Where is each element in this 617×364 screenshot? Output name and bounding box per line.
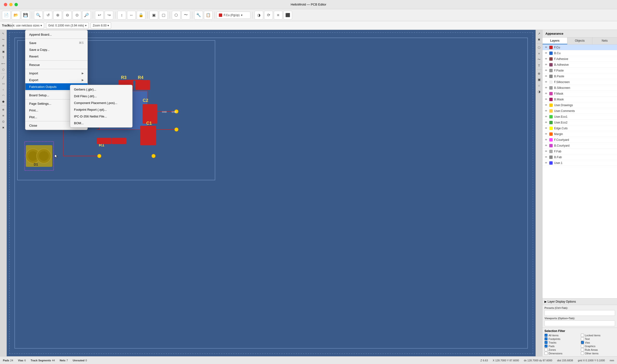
zoom-area-button[interactable]: 🔎	[82, 11, 91, 20]
layer-item-b-fab[interactable]: 👁B.Fab	[543, 154, 617, 160]
layer-item-b-cu[interactable]: 👁B.Cu	[543, 50, 617, 56]
route-track-tool[interactable]: 〜	[1, 37, 6, 42]
right-tool-4[interactable]: ≡	[536, 51, 542, 56]
update-button[interactable]: ⟳	[264, 11, 273, 20]
more-tools[interactable]: ✖	[1, 125, 6, 130]
group-button[interactable]: ▣	[150, 11, 158, 20]
close-button[interactable]	[4, 3, 7, 6]
fab-component-placement[interactable]: Component Placement (.pos)...	[70, 99, 132, 106]
layer-eye-icon[interactable]: 👁	[545, 115, 548, 118]
layer-item-b-paste[interactable]: 👁B.Paste	[543, 73, 617, 79]
inspect-button[interactable]: 🔧	[194, 11, 203, 20]
layer-item-b-silkscreen[interactable]: 👁B.Silkscreen	[543, 85, 617, 91]
highlight-button[interactable]: ◑	[255, 11, 263, 20]
sf-checkbox[interactable]	[581, 352, 584, 355]
layer-eye-icon[interactable]: 👁	[545, 57, 548, 61]
layer-eye-icon[interactable]: 👁	[545, 98, 548, 101]
tab-nets[interactable]: Nets	[592, 38, 617, 44]
viewports-input[interactable]	[545, 320, 615, 326]
sf-item-rule-areas[interactable]: Rule Areas	[581, 348, 615, 351]
inspect-net-tool[interactable]: ⌬	[1, 119, 6, 124]
save-button[interactable]: 💾	[21, 11, 30, 20]
layer-eye-icon[interactable]: 👁	[545, 144, 548, 147]
presets-input[interactable]	[545, 310, 615, 316]
menu-rescue[interactable]: Rescue	[25, 61, 87, 68]
canvas-area[interactable]: D1 U1 R3 R4 C2	[7, 30, 535, 356]
add-footprint-tool[interactable]: ⬡	[1, 67, 6, 72]
layer-item-f-fab[interactable]: 👁F.Fab	[543, 149, 617, 154]
layer-display-options[interactable]: ▶ Layer Display Options	[543, 298, 617, 305]
layer-item-user-comments[interactable]: 👁User.Comments	[543, 108, 617, 114]
sf-item-tracks[interactable]: ✓Tracks	[545, 341, 579, 344]
sf-item-text[interactable]: Text	[581, 337, 615, 340]
layer-item-f-paste[interactable]: 👁F.Paste	[543, 68, 617, 73]
sf-checkbox[interactable]	[581, 334, 584, 337]
sf-checkbox[interactable]	[545, 352, 548, 355]
layer-item-f-silkscreen[interactable]: 👁F.Silkscreen	[543, 79, 617, 85]
layer-eye-icon[interactable]: 👁	[545, 156, 548, 159]
route-button[interactable]: 〜	[181, 11, 190, 20]
right-tool-10[interactable]: ◑	[536, 89, 542, 94]
zoom-out-button[interactable]: ⊖	[63, 11, 72, 20]
layer-item-f-mask[interactable]: 👁F.Mask	[543, 91, 617, 97]
fab-drill-files[interactable]: Drill Files (.drl)...	[70, 93, 132, 99]
layer-eye-icon[interactable]: 👁	[545, 86, 548, 90]
layer-item-b-courtyard[interactable]: 👁B.Courtyard	[543, 143, 617, 149]
menu-import[interactable]: Import ▶	[25, 70, 87, 77]
right-tool-6[interactable]: T	[536, 63, 542, 68]
open-button[interactable]: 📂	[12, 11, 20, 20]
sf-checkbox[interactable]	[581, 348, 584, 351]
design-rules-button[interactable]: 📋	[204, 11, 213, 20]
right-tool-7[interactable]: ⊕	[536, 71, 542, 76]
sf-checkbox[interactable]: ✓	[545, 337, 548, 340]
right-tool-5[interactable]: 〜	[536, 57, 542, 62]
sf-checkbox[interactable]: ✓	[545, 334, 548, 337]
undo-button[interactable]: ↩	[95, 11, 104, 20]
layer-eye-icon[interactable]: 👁	[545, 46, 548, 49]
sf-item-pads[interactable]: ✓Pads	[545, 344, 579, 348]
layer-item-user-drawings[interactable]: 👁User.Drawings	[543, 102, 617, 108]
layer-eye-icon[interactable]: 👁	[545, 80, 548, 84]
right-tool-2[interactable]: ✖	[536, 37, 542, 42]
sf-item-other-items[interactable]: Other items	[581, 352, 615, 355]
fab-bom[interactable]: BOM...	[70, 120, 132, 126]
menu-save[interactable]: Save ⌘S	[25, 39, 87, 46]
layer-eye-icon[interactable]: 👁	[545, 69, 548, 72]
zoom-in-button[interactable]: ⊕	[53, 11, 62, 20]
layer-item-user-1[interactable]: 👁User.1	[543, 160, 617, 166]
layer-eye-icon[interactable]: 👁	[545, 75, 548, 78]
3d-button[interactable]: ⬛	[283, 11, 292, 20]
layer-eye-icon[interactable]: 👁	[545, 161, 548, 165]
pointer-tool[interactable]: ↖	[1, 31, 6, 36]
layer-eye-icon[interactable]: 👁	[545, 109, 548, 113]
measure-tool[interactable]: ⟵	[1, 61, 6, 66]
sf-item-vias[interactable]: ✓Vias	[581, 341, 615, 344]
add-via-tool[interactable]: ⊕	[1, 43, 6, 48]
menu-export[interactable]: Export ▶	[25, 77, 87, 83]
tab-objects[interactable]: Objects	[567, 38, 592, 44]
add-text-tool[interactable]: T	[1, 55, 6, 60]
sf-checkbox[interactable]: ✓	[545, 344, 548, 348]
fab-footprint-report[interactable]: Footprint Report (.rpt)...	[70, 106, 132, 113]
lock-button[interactable]: 🔒	[137, 11, 145, 20]
sf-checkbox[interactable]: ✓	[545, 341, 548, 344]
compare-button[interactable]: ≡	[274, 11, 282, 20]
layer-item-f-adhesive[interactable]: 👁F.Adhesive	[543, 56, 617, 62]
grid-selector[interactable]: Grid: 0.1000 mm (3.94 mils) ▾	[46, 22, 89, 29]
redo-button[interactable]: ↪	[105, 11, 113, 20]
sf-item-locked-items[interactable]: Locked items	[581, 334, 615, 337]
maximize-button[interactable]	[14, 3, 18, 6]
draw-circle-tool[interactable]: ○	[1, 87, 6, 92]
layer-item-b-mask[interactable]: 👁B.Mask	[543, 97, 617, 102]
right-tool-9[interactable]: ○	[536, 83, 542, 88]
layer-eye-icon[interactable]: 👁	[545, 138, 548, 142]
flip-button[interactable]: ↕	[117, 11, 126, 20]
menu-revert[interactable]: Revert	[25, 53, 87, 60]
layer-item-user-eco2[interactable]: 👁User.Eco2	[543, 120, 617, 125]
right-tool-3[interactable]: ⬡	[536, 45, 542, 50]
layer-eye-icon[interactable]: 👁	[545, 127, 548, 130]
tune-track-tool[interactable]: ≋	[1, 113, 6, 118]
right-tool-1[interactable]: ↗	[536, 31, 542, 36]
sf-item-all-items[interactable]: ✓All items	[545, 334, 579, 337]
new-button[interactable]: 📄	[2, 11, 11, 20]
